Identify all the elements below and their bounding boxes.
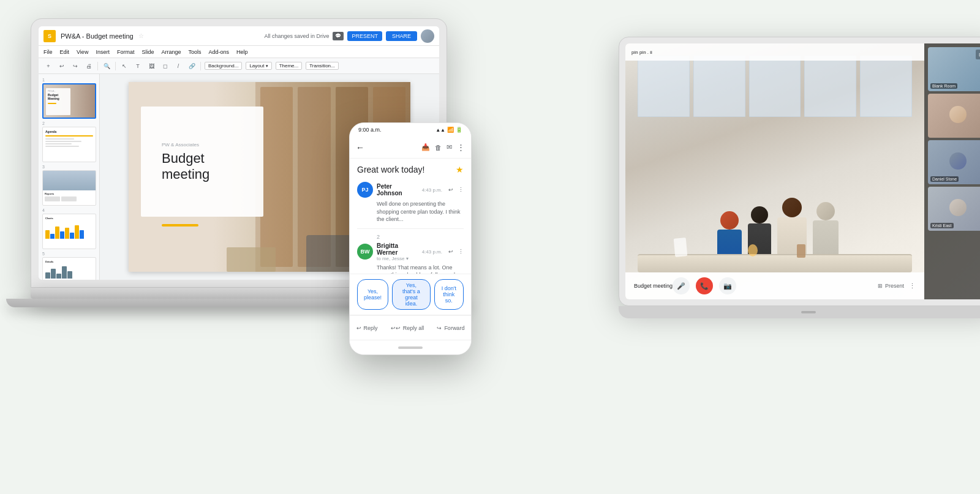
toolbar-zoom[interactable]: 🔍 — [102, 61, 111, 71]
toolbar-text[interactable]: T — [133, 61, 143, 71]
menu-addons[interactable]: Add-ons — [208, 49, 229, 55]
slides-menubar: File Edit View Insert Format Slide Arran… — [39, 46, 439, 58]
forward-button[interactable]: ↪ Forward — [437, 325, 464, 331]
toolbar-undo[interactable]: ↩ — [57, 61, 67, 71]
email-subject: Great work today! ★ — [350, 159, 471, 177]
email-body-2: Thanks! That means a lot. One more thing… — [357, 264, 464, 274]
share-button[interactable]: SHARE — [386, 31, 417, 41]
avatar-peter: PJ — [357, 182, 373, 198]
meet-meeting-title: Budget meeting — [634, 283, 673, 289]
saved-status: All changes saved in Drive — [264, 33, 329, 39]
nav-indicator — [398, 346, 423, 349]
menu-format[interactable]: Format — [117, 49, 135, 55]
more-options-button[interactable]: ⋮ — [909, 282, 916, 290]
reply-icon-1[interactable]: ↩ — [448, 187, 453, 193]
menu-help[interactable]: Help — [236, 49, 248, 55]
back-button[interactable]: ← — [356, 143, 364, 152]
phone-status-bar: 9:00 a.m. ▲▲ 📶 🔋 — [350, 123, 471, 137]
more-icon[interactable]: ⋮ — [457, 143, 465, 152]
slides-title: PW&A - Budget meeting — [61, 32, 134, 40]
slide-preview-3: Reports — [42, 170, 96, 206]
slide-heading: Budget meeting — [162, 151, 209, 183]
participant-1: ⊞ Blank Room — [928, 47, 980, 91]
present-label: Present — [885, 283, 904, 289]
present-button[interactable]: PRESENT — [347, 31, 382, 41]
slide-num-3: 3 — [42, 165, 96, 169]
menu-file[interactable]: File — [43, 49, 53, 55]
mic-button[interactable]: 🎤 — [673, 277, 690, 294]
end-call-icon: 📞 — [700, 282, 709, 290]
reply-all-button[interactable]: ↩↩ Reply all — [391, 325, 424, 331]
meet-bottom-bar: Budget meeting 🎤 📞 📷 ⊞ Present — [625, 272, 924, 299]
email-star-icon[interactable]: ★ — [456, 165, 464, 174]
layout-button[interactable]: Layout ▾ — [246, 62, 271, 70]
transition-button[interactable]: Transition... — [306, 62, 339, 70]
menu-insert[interactable]: Insert — [96, 49, 110, 55]
slides-star-icon[interactable]: ☆ — [138, 32, 144, 39]
participant-3-label: Daniel Stone — [930, 176, 959, 182]
email-subject-text: Great work today! — [357, 165, 452, 174]
tablet-topbar: pin pin . ii — [625, 43, 924, 61]
email-header-1: PJ Peter Johnson 4:43 p.m. ↩ ⋮ — [357, 182, 464, 198]
battery-icon: 🔋 — [456, 127, 462, 133]
camera-button[interactable]: 📷 — [719, 277, 736, 294]
slide-thumb-2[interactable]: 2 Agenda — [42, 121, 96, 162]
reply-button[interactable]: ↩ Reply — [356, 325, 378, 331]
slide-thumb-4[interactable]: 4 Charts — [42, 208, 96, 249]
menu-arrange[interactable]: Arrange — [161, 49, 181, 55]
slide-thumb-5[interactable]: 5 Details — [42, 252, 96, 280]
email-icon[interactable]: ✉ — [447, 143, 452, 151]
toolbar-link[interactable]: 🔗 — [187, 61, 197, 71]
tablet-body: ⊞ Blank Room Daniel Stone Kristi East pi… — [619, 37, 980, 306]
sender-name-brigitta: Brigitta Werner — [377, 242, 418, 256]
smart-reply-1[interactable]: Yes, please! — [357, 279, 388, 310]
more-icon-2[interactable]: ⋮ — [458, 249, 464, 255]
sender-info-brigitta: Brigitta Werner to me, Jesse ▾ — [377, 242, 418, 261]
email-body-1: Well done on presenting the shopping cen… — [357, 200, 464, 223]
menu-tools[interactable]: Tools — [188, 49, 201, 55]
end-call-button[interactable]: 📞 — [696, 277, 713, 294]
participant-1-icon: ⊞ — [976, 50, 980, 59]
user-avatar — [421, 29, 434, 43]
comments-icon[interactable]: 💬 — [333, 32, 344, 40]
toolbar-shape[interactable]: ◻ — [160, 61, 170, 71]
email-time-1: 4:43 p.m. — [422, 187, 442, 193]
delete-icon[interactable]: 🗑 — [435, 144, 442, 151]
smart-reply-2[interactable]: Yes, that's a great idea. — [392, 279, 431, 310]
participant-3: Daniel Stone — [928, 140, 980, 184]
toolbar-redo[interactable]: ↪ — [70, 61, 80, 71]
menu-slide[interactable]: Slide — [141, 49, 154, 55]
phone-body: 9:00 a.m. ▲▲ 📶 🔋 ← 📥 🗑 ✉ ⋮ Great work to… — [349, 122, 472, 355]
toolbar-add[interactable]: + — [43, 61, 53, 71]
tablet: ⊞ Blank Room Daniel Stone Kristi East pi… — [619, 37, 980, 318]
menu-edit[interactable]: Edit — [60, 49, 70, 55]
present-icon: ⊞ — [878, 283, 883, 289]
phone-status-icons: ▲▲ 📶 🔋 — [435, 127, 462, 133]
background-button[interactable]: Background... — [205, 62, 242, 70]
toolbar-cursor[interactable]: ↖ — [119, 61, 129, 71]
reply-icon-2[interactable]: ↩ — [448, 249, 453, 255]
present-button-meet[interactable]: ⊞ Present — [878, 283, 904, 289]
menu-view[interactable]: View — [77, 49, 88, 55]
theme-button[interactable]: Theme... — [276, 62, 303, 70]
toolbar-image[interactable]: 🖼 — [146, 61, 156, 71]
signal-icon: ▲▲ — [435, 127, 445, 133]
sender-info-peter: Peter Johnson — [377, 183, 418, 196]
camera-icon: 📷 — [723, 282, 732, 290]
slide-thumb-3[interactable]: 3 Reports — [42, 165, 96, 206]
phone-nav-bar — [350, 340, 471, 354]
smart-reply-3[interactable]: I don't think so. — [434, 279, 464, 310]
slide-num-1: 1 — [42, 78, 96, 82]
sender-name-peter: Peter Johnson — [377, 183, 418, 196]
toolbar-divider-1 — [97, 62, 98, 70]
more-icon-1[interactable]: ⋮ — [458, 187, 464, 193]
archive-icon[interactable]: 📥 — [421, 143, 430, 151]
slide-num-5: 5 — [42, 252, 96, 256]
slide-thumb-1[interactable]: 1 PW & A... BudgetMeeting — [42, 78, 96, 119]
toolbar-print[interactable]: 🖨 — [84, 61, 94, 71]
email-thread: PJ Peter Johnson 4:43 p.m. ↩ ⋮ Well done… — [350, 177, 471, 274]
slide-company: PW & Associates — [162, 142, 199, 148]
toolbar-line[interactable]: / — [173, 61, 183, 71]
slide-preview-4: Charts — [42, 214, 96, 249]
slide-preview-2: Agenda — [42, 127, 96, 162]
